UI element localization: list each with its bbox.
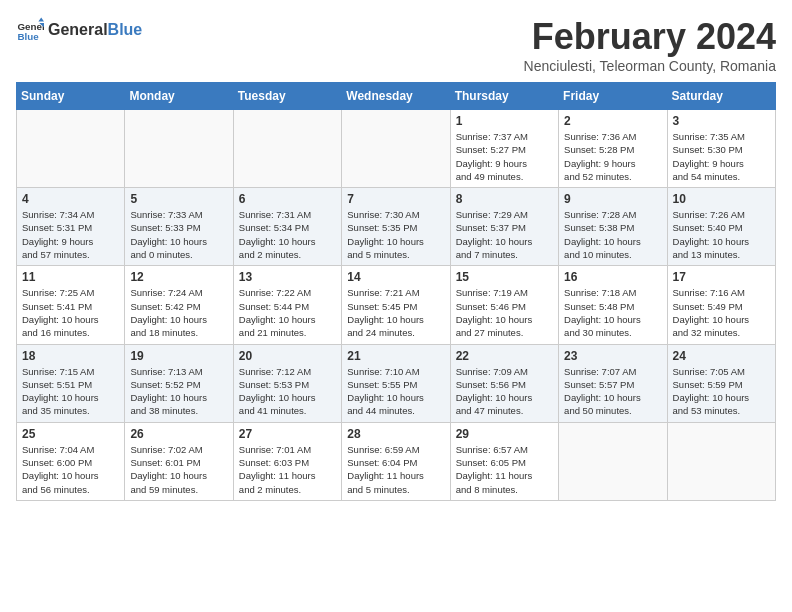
day-number: 20 bbox=[239, 349, 336, 363]
day-info: Sunrise: 7:35 AMSunset: 5:30 PMDaylight:… bbox=[673, 130, 770, 183]
day-number: 14 bbox=[347, 270, 444, 284]
day-info: Sunrise: 7:33 AMSunset: 5:33 PMDaylight:… bbox=[130, 208, 227, 261]
calendar-cell: 27Sunrise: 7:01 AMSunset: 6:03 PMDayligh… bbox=[233, 422, 341, 500]
logo: General Blue GeneralBlue bbox=[16, 16, 142, 44]
logo-general: General bbox=[48, 21, 108, 38]
calendar-cell: 21Sunrise: 7:10 AMSunset: 5:55 PMDayligh… bbox=[342, 344, 450, 422]
calendar-cell: 16Sunrise: 7:18 AMSunset: 5:48 PMDayligh… bbox=[559, 266, 667, 344]
day-number: 27 bbox=[239, 427, 336, 441]
day-number: 18 bbox=[22, 349, 119, 363]
day-info: Sunrise: 7:04 AMSunset: 6:00 PMDaylight:… bbox=[22, 443, 119, 496]
day-number: 3 bbox=[673, 114, 770, 128]
calendar-cell: 19Sunrise: 7:13 AMSunset: 5:52 PMDayligh… bbox=[125, 344, 233, 422]
calendar-cell: 28Sunrise: 6:59 AMSunset: 6:04 PMDayligh… bbox=[342, 422, 450, 500]
day-number: 11 bbox=[22, 270, 119, 284]
day-info: Sunrise: 6:59 AMSunset: 6:04 PMDaylight:… bbox=[347, 443, 444, 496]
calendar-cell: 7Sunrise: 7:30 AMSunset: 5:35 PMDaylight… bbox=[342, 188, 450, 266]
calendar-cell: 12Sunrise: 7:24 AMSunset: 5:42 PMDayligh… bbox=[125, 266, 233, 344]
day-number: 29 bbox=[456, 427, 553, 441]
day-info: Sunrise: 7:28 AMSunset: 5:38 PMDaylight:… bbox=[564, 208, 661, 261]
calendar-cell: 9Sunrise: 7:28 AMSunset: 5:38 PMDaylight… bbox=[559, 188, 667, 266]
calendar-week-row: 11Sunrise: 7:25 AMSunset: 5:41 PMDayligh… bbox=[17, 266, 776, 344]
weekday-header-thursday: Thursday bbox=[450, 83, 558, 110]
day-number: 25 bbox=[22, 427, 119, 441]
calendar-cell: 11Sunrise: 7:25 AMSunset: 5:41 PMDayligh… bbox=[17, 266, 125, 344]
day-number: 1 bbox=[456, 114, 553, 128]
day-info: Sunrise: 7:05 AMSunset: 5:59 PMDaylight:… bbox=[673, 365, 770, 418]
calendar-cell bbox=[125, 110, 233, 188]
calendar-cell: 20Sunrise: 7:12 AMSunset: 5:53 PMDayligh… bbox=[233, 344, 341, 422]
calendar-subtitle: Nenciulesti, Teleorman County, Romania bbox=[524, 58, 776, 74]
calendar-cell: 10Sunrise: 7:26 AMSunset: 5:40 PMDayligh… bbox=[667, 188, 775, 266]
calendar-cell: 18Sunrise: 7:15 AMSunset: 5:51 PMDayligh… bbox=[17, 344, 125, 422]
day-info: Sunrise: 7:30 AMSunset: 5:35 PMDaylight:… bbox=[347, 208, 444, 261]
day-number: 8 bbox=[456, 192, 553, 206]
day-number: 22 bbox=[456, 349, 553, 363]
calendar-cell: 5Sunrise: 7:33 AMSunset: 5:33 PMDaylight… bbox=[125, 188, 233, 266]
day-info: Sunrise: 7:34 AMSunset: 5:31 PMDaylight:… bbox=[22, 208, 119, 261]
day-info: Sunrise: 7:22 AMSunset: 5:44 PMDaylight:… bbox=[239, 286, 336, 339]
calendar-title: February 2024 bbox=[524, 16, 776, 58]
day-number: 16 bbox=[564, 270, 661, 284]
calendar-week-row: 4Sunrise: 7:34 AMSunset: 5:31 PMDaylight… bbox=[17, 188, 776, 266]
day-info: Sunrise: 7:26 AMSunset: 5:40 PMDaylight:… bbox=[673, 208, 770, 261]
calendar-cell: 24Sunrise: 7:05 AMSunset: 5:59 PMDayligh… bbox=[667, 344, 775, 422]
day-info: Sunrise: 7:07 AMSunset: 5:57 PMDaylight:… bbox=[564, 365, 661, 418]
day-number: 24 bbox=[673, 349, 770, 363]
calendar-cell: 14Sunrise: 7:21 AMSunset: 5:45 PMDayligh… bbox=[342, 266, 450, 344]
day-info: Sunrise: 7:29 AMSunset: 5:37 PMDaylight:… bbox=[456, 208, 553, 261]
day-info: Sunrise: 7:31 AMSunset: 5:34 PMDaylight:… bbox=[239, 208, 336, 261]
day-info: Sunrise: 7:21 AMSunset: 5:45 PMDaylight:… bbox=[347, 286, 444, 339]
calendar-cell: 29Sunrise: 6:57 AMSunset: 6:05 PMDayligh… bbox=[450, 422, 558, 500]
calendar-cell bbox=[342, 110, 450, 188]
day-info: Sunrise: 7:37 AMSunset: 5:27 PMDaylight:… bbox=[456, 130, 553, 183]
day-number: 21 bbox=[347, 349, 444, 363]
day-number: 26 bbox=[130, 427, 227, 441]
day-info: Sunrise: 7:01 AMSunset: 6:03 PMDaylight:… bbox=[239, 443, 336, 496]
calendar-cell: 2Sunrise: 7:36 AMSunset: 5:28 PMDaylight… bbox=[559, 110, 667, 188]
weekday-header-friday: Friday bbox=[559, 83, 667, 110]
svg-text:Blue: Blue bbox=[17, 31, 39, 42]
calendar-cell bbox=[233, 110, 341, 188]
header: General Blue GeneralBlue February 2024 N… bbox=[16, 16, 776, 74]
day-info: Sunrise: 7:16 AMSunset: 5:49 PMDaylight:… bbox=[673, 286, 770, 339]
calendar-table: SundayMondayTuesdayWednesdayThursdayFrid… bbox=[16, 82, 776, 501]
day-number: 5 bbox=[130, 192, 227, 206]
calendar-cell: 22Sunrise: 7:09 AMSunset: 5:56 PMDayligh… bbox=[450, 344, 558, 422]
day-number: 2 bbox=[564, 114, 661, 128]
day-info: Sunrise: 7:02 AMSunset: 6:01 PMDaylight:… bbox=[130, 443, 227, 496]
calendar-cell bbox=[17, 110, 125, 188]
day-info: Sunrise: 7:18 AMSunset: 5:48 PMDaylight:… bbox=[564, 286, 661, 339]
weekday-header-sunday: Sunday bbox=[17, 83, 125, 110]
weekday-header-monday: Monday bbox=[125, 83, 233, 110]
calendar-cell: 1Sunrise: 7:37 AMSunset: 5:27 PMDaylight… bbox=[450, 110, 558, 188]
calendar-cell: 17Sunrise: 7:16 AMSunset: 5:49 PMDayligh… bbox=[667, 266, 775, 344]
calendar-cell bbox=[559, 422, 667, 500]
day-info: Sunrise: 6:57 AMSunset: 6:05 PMDaylight:… bbox=[456, 443, 553, 496]
day-number: 15 bbox=[456, 270, 553, 284]
day-info: Sunrise: 7:36 AMSunset: 5:28 PMDaylight:… bbox=[564, 130, 661, 183]
day-info: Sunrise: 7:10 AMSunset: 5:55 PMDaylight:… bbox=[347, 365, 444, 418]
day-number: 9 bbox=[564, 192, 661, 206]
calendar-cell: 13Sunrise: 7:22 AMSunset: 5:44 PMDayligh… bbox=[233, 266, 341, 344]
day-number: 10 bbox=[673, 192, 770, 206]
day-number: 6 bbox=[239, 192, 336, 206]
day-number: 12 bbox=[130, 270, 227, 284]
calendar-week-row: 25Sunrise: 7:04 AMSunset: 6:00 PMDayligh… bbox=[17, 422, 776, 500]
title-area: February 2024 Nenciulesti, Teleorman Cou… bbox=[524, 16, 776, 74]
calendar-cell: 15Sunrise: 7:19 AMSunset: 5:46 PMDayligh… bbox=[450, 266, 558, 344]
logo-icon: General Blue bbox=[16, 16, 44, 44]
calendar-cell: 26Sunrise: 7:02 AMSunset: 6:01 PMDayligh… bbox=[125, 422, 233, 500]
svg-marker-2 bbox=[38, 17, 44, 21]
weekday-header-saturday: Saturday bbox=[667, 83, 775, 110]
day-info: Sunrise: 7:24 AMSunset: 5:42 PMDaylight:… bbox=[130, 286, 227, 339]
day-info: Sunrise: 7:13 AMSunset: 5:52 PMDaylight:… bbox=[130, 365, 227, 418]
calendar-cell: 3Sunrise: 7:35 AMSunset: 5:30 PMDaylight… bbox=[667, 110, 775, 188]
day-info: Sunrise: 7:12 AMSunset: 5:53 PMDaylight:… bbox=[239, 365, 336, 418]
weekday-header-tuesday: Tuesday bbox=[233, 83, 341, 110]
calendar-cell: 4Sunrise: 7:34 AMSunset: 5:31 PMDaylight… bbox=[17, 188, 125, 266]
calendar-cell: 25Sunrise: 7:04 AMSunset: 6:00 PMDayligh… bbox=[17, 422, 125, 500]
calendar-week-row: 1Sunrise: 7:37 AMSunset: 5:27 PMDaylight… bbox=[17, 110, 776, 188]
day-info: Sunrise: 7:15 AMSunset: 5:51 PMDaylight:… bbox=[22, 365, 119, 418]
day-number: 13 bbox=[239, 270, 336, 284]
